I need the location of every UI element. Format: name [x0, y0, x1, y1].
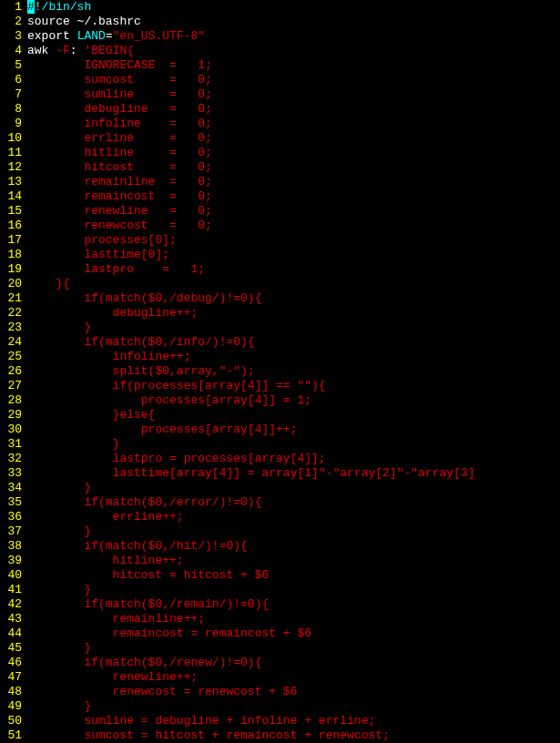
code-line: 18 lasttime[0];	[0, 248, 560, 262]
line-number: 19	[0, 262, 22, 277]
line-number: 18	[0, 248, 22, 262]
code-line: 15 renewline = 0;	[0, 204, 560, 219]
code-token: source ~/.bashrc	[27, 15, 141, 28]
line-number: 39	[0, 554, 22, 568]
code-token: if(match($0,/info/)!=0){	[27, 335, 255, 349]
line-number: 25	[0, 350, 22, 364]
line-number: 49	[0, 699, 22, 714]
code-line: 26 split($0,array,"-");	[0, 364, 560, 379]
code-token: sumline = 0;	[27, 87, 212, 101]
line-number: 13	[0, 175, 22, 189]
line-number: 42	[0, 597, 22, 612]
code-line: 30 processes[array[4]]++;	[0, 422, 560, 437]
code-token: hitcost = hitcost + $6	[27, 568, 269, 582]
code-token: "en_US.UTF-8"	[113, 29, 205, 43]
line-number: 27	[0, 379, 22, 393]
code-token: export	[27, 29, 70, 43]
code-line: 34 }	[0, 481, 560, 495]
line-number: 28	[0, 393, 22, 408]
code-token: =	[106, 29, 113, 43]
line-number: 24	[0, 335, 22, 350]
code-token: split($0,array,"-");	[27, 364, 255, 378]
code-token: remaincost = remaincost + $6	[27, 626, 311, 640]
code-line: 20 }{	[0, 277, 560, 291]
code-editor: 1#!/bin/sh2source ~/.bashrc3export LAND=…	[0, 0, 560, 743]
line-number: 35	[0, 495, 22, 510]
line-number: 34	[0, 481, 22, 495]
code-line: 45 }	[0, 641, 560, 656]
line-number: 33	[0, 466, 22, 481]
code-token: LAND	[77, 29, 106, 43]
code-token: sumline = debugline + infoline + errline…	[27, 714, 375, 728]
code-line: 49 }	[0, 699, 560, 714]
code-token: :	[70, 44, 85, 57]
code-line: 47 renewline++;	[0, 670, 560, 685]
code-line: 46 if(match($0,/renew/)!=0){	[0, 656, 560, 670]
code-line: 4awk -F: 'BEGIN{	[0, 44, 560, 58]
line-number: 45	[0, 641, 22, 656]
code-line: 16 renewcost = 0;	[0, 219, 560, 233]
code-token: remaincost = 0;	[27, 189, 212, 203]
line-number: 16	[0, 219, 22, 233]
code-line: 28 processes[array[4]] = 1;	[0, 393, 560, 408]
code-token: }{	[27, 277, 70, 290]
code-token: errline = 0;	[27, 131, 212, 145]
code-line: 42 if(match($0,/remain/)!=0){	[0, 597, 560, 612]
code-line: 14 remaincost = 0;	[0, 189, 560, 204]
line-number: 43	[0, 612, 22, 626]
code-token: if(processes[array[4]] == ""){	[27, 379, 326, 392]
code-token: lastpro = processes[array[4]];	[27, 452, 326, 465]
code-line: 44 remaincost = remaincost + $6	[0, 626, 560, 641]
code-line: 25 infoline++;	[0, 350, 560, 364]
line-number: 10	[0, 131, 22, 146]
line-number: 23	[0, 321, 22, 335]
code-token: if(match($0,/remain/)!=0){	[27, 597, 269, 611]
line-number: 2	[0, 15, 22, 29]
line-number: 31	[0, 437, 22, 452]
line-number: 9	[0, 117, 22, 131]
code-token: 'BEGIN{	[84, 44, 134, 57]
code-line: 29 }else{	[0, 408, 560, 422]
code-token: lastpro = 1;	[27, 262, 205, 276]
code-line: 22 debugline++;	[0, 306, 560, 321]
code-token: }else{	[27, 408, 155, 422]
line-number: 11	[0, 146, 22, 160]
code-line: 3export LAND="en_US.UTF-8"	[0, 29, 560, 44]
code-token: }	[27, 321, 91, 334]
code-line: 51 sumcost = hitcost + remaincost + rene…	[0, 728, 560, 743]
code-token: remainline++;	[27, 612, 205, 626]
code-token: awk	[27, 44, 56, 57]
code-line: 1#!/bin/sh	[0, 0, 560, 15]
code-token: debugline = 0;	[27, 102, 212, 116]
code-token: sumcost = hitcost + remaincost + renewco…	[27, 728, 390, 742]
code-line: 41 }	[0, 583, 560, 597]
code-token: #	[27, 0, 35, 14]
code-line: 36 errline++;	[0, 510, 560, 524]
line-number: 6	[0, 73, 22, 87]
code-token: }	[27, 524, 91, 538]
code-line: 17 processes[0];	[0, 233, 560, 248]
line-number: 4	[0, 44, 22, 58]
line-number: 44	[0, 626, 22, 641]
line-number: 41	[0, 583, 22, 597]
code-line: 32 lastpro = processes[array[4]];	[0, 452, 560, 466]
code-line: 24 if(match($0,/info/)!=0){	[0, 335, 560, 350]
line-number: 17	[0, 233, 22, 248]
code-token: hitline = 0;	[27, 146, 212, 159]
code-line: 48 renewcost = renewcost + $6	[0, 685, 560, 699]
code-token: processes[array[4]]++;	[27, 422, 297, 436]
line-number: 1	[0, 0, 22, 15]
line-number: 37	[0, 524, 22, 539]
line-number: 22	[0, 306, 22, 321]
code-token: -F	[56, 44, 70, 57]
code-line: 23 }	[0, 321, 560, 335]
code-token: }	[27, 699, 91, 713]
code-token: renewcost = renewcost + $6	[27, 685, 297, 698]
code-line: 7 sumline = 0;	[0, 87, 560, 102]
code-token: renewcost = 0;	[27, 219, 212, 232]
line-number: 8	[0, 102, 22, 117]
code-token: }	[27, 437, 119, 451]
code-line: 19 lastpro = 1;	[0, 262, 560, 277]
line-number: 48	[0, 685, 22, 699]
code-token: if(match($0,/hit/)!=0){	[27, 539, 248, 553]
